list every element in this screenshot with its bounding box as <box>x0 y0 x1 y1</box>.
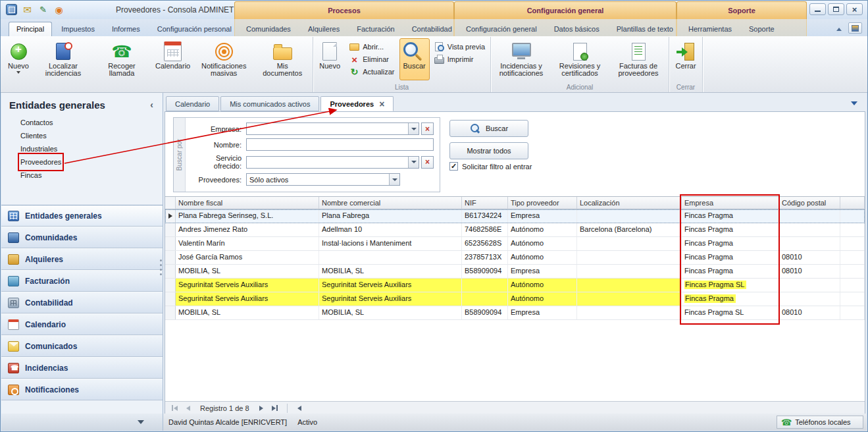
chevron-down-icon[interactable] <box>408 157 419 168</box>
facturas-de-proveedores-button[interactable]: Facturas de proveedores <box>609 38 667 80</box>
table-row[interactable]: MOBILIA, SLMOBILIA, SLB58909094EmpresaFi… <box>165 306 865 320</box>
eliminar-button[interactable]: Eliminar <box>347 54 396 65</box>
app-logo-icon[interactable] <box>6 4 17 15</box>
sidebar-nav-comunicados[interactable]: Comunicados <box>1 335 163 357</box>
abrir-button[interactable]: Abrir... <box>347 41 396 52</box>
proveedores-combo[interactable]: Sólo activos <box>246 173 400 186</box>
ribbon-tab-facturacion[interactable]: Facturación <box>349 22 402 36</box>
vista-previa-button[interactable]: Vista previa <box>432 41 487 52</box>
cell: Fincas Pragma <box>682 237 779 250</box>
restore-button[interactable] <box>828 3 844 15</box>
sidebar-item-industriales[interactable]: Industriales <box>20 142 57 155</box>
mail-icon[interactable]: ✉ <box>22 4 33 15</box>
sidebar-nav-incidencias[interactable]: Incidencias <box>1 357 163 379</box>
minimize-button[interactable] <box>809 3 826 15</box>
collapse-ribbon-icon[interactable] <box>836 28 842 31</box>
ribbon-tab-soporte[interactable]: Soporte <box>741 22 782 36</box>
document-tab-calendario[interactable]: Calendario <box>166 96 219 111</box>
incidencias-y-notificaciones-button[interactable]: Incidencias y notificaciones <box>492 38 550 80</box>
ribbon-tab-herramientas[interactable]: Herramientas <box>680 22 740 36</box>
sidebar-nav-comunidades[interactable]: Comunidades <box>1 227 163 248</box>
document-tab-proveedores[interactable]: Proveedores <box>320 96 394 111</box>
sidebar-item-fincas[interactable]: Fincas <box>20 169 41 182</box>
sidebar-nav-alquileres[interactable]: Alquileres <box>1 248 163 270</box>
sidebar-item-clientes[interactable]: Clientes <box>20 129 47 142</box>
ribbon-tab-plantillas-de-texto[interactable]: Plantillas de texto <box>609 22 681 36</box>
recoger-llamada-button[interactable]: Recoger llamada <box>93 38 151 80</box>
help-button[interactable] <box>848 22 862 34</box>
status-user: David Quintas Alcalde [ENRICVERT] <box>168 418 287 426</box>
clear-field-icon[interactable]: × <box>421 122 434 135</box>
table-row[interactable]: MOBILIA, SLMOBILIA, SLB58909094EmpresaFi… <box>165 265 865 279</box>
buscar-button[interactable]: Buscar <box>399 38 430 80</box>
next-record-button[interactable] <box>255 403 267 413</box>
ribbon-tab-impuestos[interactable]: Impuestos <box>53 22 103 36</box>
nuevo-button[interactable]: Nuevo <box>315 38 345 80</box>
column-header-tipo-proveedor[interactable]: Tipo proveedor <box>508 197 577 209</box>
table-row[interactable]: Segurinitat Serveis AuxiliarsSegurinitat… <box>165 279 865 292</box>
buscar-button[interactable]: Buscar <box>449 120 528 137</box>
checkbox-icon[interactable] <box>449 162 458 171</box>
tab-list-dropdown-icon[interactable] <box>851 101 857 105</box>
mostrar-todos-button[interactable]: Mostrar todos <box>449 142 528 159</box>
status-bar-main: David Quintas Alcalde [ENRICVERT] Activo… <box>163 414 867 431</box>
table-row[interactable]: Valentín MarínInstal·lacions i Mantenime… <box>165 237 865 251</box>
localizar-incidencias-button[interactable]: Localizar incidencias <box>34 38 92 80</box>
sidebar-nav-facturacion[interactable]: Facturación <box>1 270 163 292</box>
document-tab-mis-comunicados-activos[interactable]: Mis comunicados activos <box>220 96 319 111</box>
ribbon-tab-configuracion-general[interactable]: Configuración general <box>458 22 545 36</box>
ribbon-tab-alquileres[interactable]: Alquileres <box>300 22 347 36</box>
sidebar-nav-calendario[interactable]: Calendario <box>1 313 163 335</box>
ribbon-tab-contabilidad[interactable]: Contabilidad <box>404 22 460 36</box>
scroll-left-button[interactable] <box>294 403 305 413</box>
edit-note-icon[interactable]: ✎ <box>38 4 49 15</box>
cerrar-button[interactable]: Cerrar <box>671 38 701 80</box>
empresa-combo[interactable] <box>246 122 419 135</box>
close-tab-icon[interactable] <box>379 99 384 109</box>
chevron-down-icon[interactable] <box>408 123 419 134</box>
clear-field-icon[interactable]: × <box>421 156 434 169</box>
column-header-nombre-fiscal[interactable]: Nombre fiscal <box>176 197 319 209</box>
ribbon-tab-datos-basicos[interactable]: Datos básicos <box>546 22 607 36</box>
imprimir-button[interactable]: Imprimir <box>432 54 487 65</box>
sidebar-item-contactos[interactable]: Contactos <box>20 116 53 129</box>
sidebar-item-proveedores[interactable]: Proveedores <box>20 155 61 169</box>
ribbon-tab-informes[interactable]: Informes <box>104 22 148 36</box>
nuevo-button[interactable]: Nuevo <box>3 38 34 80</box>
table-row[interactable]: José García Ramos23785713XAutónomoFincas… <box>165 251 865 265</box>
mis-documentos-button[interactable]: Mis documentos <box>253 38 311 80</box>
sidebar-nav-entidades-generales[interactable]: Entidades generales <box>1 205 163 227</box>
sidebar-nav-notificaciones[interactable]: Notificaciones <box>1 379 163 400</box>
column-header-empresa[interactable]: Empresa <box>682 197 779 209</box>
chevron-down-icon[interactable] <box>138 420 144 424</box>
ribbon-tab-comunidades[interactable]: Comunidades <box>238 22 299 36</box>
actualizar-button[interactable]: Actualizar <box>347 67 396 77</box>
column-header-localizacion[interactable]: Localización <box>577 197 682 209</box>
column-header-nif[interactable]: NIF <box>462 197 508 209</box>
ribbon-tab-configuracion-personal[interactable]: Configuración personal <box>149 22 240 36</box>
telefonos-locales-panel[interactable]: ☎ Teléfonos locales <box>777 416 863 429</box>
first-record-button[interactable] <box>168 403 180 413</box>
nombre-input[interactable] <box>246 138 434 151</box>
revisiones-y-certificados-button[interactable]: Revisiones y certificados <box>551 38 609 80</box>
close-button[interactable]: × <box>846 3 863 15</box>
previous-record-button[interactable] <box>182 403 194 413</box>
calendario-button[interactable]: Calendario <box>151 38 194 80</box>
servicio-ofrecido-combo[interactable] <box>246 156 419 169</box>
cell <box>779 237 840 250</box>
sidebar-collapse-icon[interactable]: ‹ <box>150 99 153 110</box>
ribbon-extra-controls <box>836 22 862 34</box>
cell <box>577 292 682 306</box>
splitter-handle[interactable] <box>160 259 162 275</box>
broadcast-icon[interactable]: ◉ <box>53 4 64 15</box>
column-header-nombre-comercial[interactable]: Nombre comercial <box>319 197 462 209</box>
ribbon-tab-principal[interactable]: Principal <box>9 22 52 36</box>
notificaciones-masivas-button[interactable]: Notificaciones masivas <box>195 38 253 80</box>
table-row[interactable]: Segurinitat Serveis AuxiliarsSegurinitat… <box>165 292 865 306</box>
last-record-button[interactable] <box>269 403 281 413</box>
column-header-codigo-postal[interactable]: Código postal <box>779 197 840 209</box>
sidebar-nav-contabilidad[interactable]: Contabilidad <box>1 292 163 313</box>
table-row[interactable]: Plana Fabrega Serinseg, S.L.Plana Fabreg… <box>165 209 865 223</box>
table-row[interactable]: Andres Jimenez RatoAdellman 1074682586EA… <box>165 223 865 237</box>
chevron-down-icon[interactable] <box>389 174 399 185</box>
